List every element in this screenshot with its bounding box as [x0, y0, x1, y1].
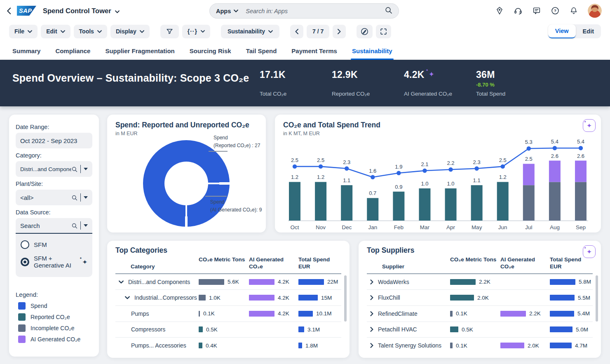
search-icon[interactable] [385, 6, 392, 16]
supplier-name: Talent Synergy Solutions [378, 342, 441, 349]
table-scrollbar[interactable] [596, 275, 598, 322]
back-button[interactable] [7, 7, 11, 14]
table-row[interactable]: WodaWerks 2.2K 5.8M [367, 274, 593, 290]
expand-toggle[interactable] [370, 295, 373, 300]
table-row[interactable]: Industrial...Compressors 1.0K 4.2K 15M [115, 290, 341, 306]
bar-cell: 5.8M [550, 279, 593, 285]
table-row[interactable]: RefinedClimate 0.1K 2.2K 5.4M [367, 306, 593, 322]
data-source-search-input[interactable]: Search [16, 218, 92, 234]
expand-toggle[interactable] [119, 280, 124, 284]
data-source-label: Data Source: [16, 209, 92, 216]
expand-toggle[interactable] [370, 327, 373, 332]
category-name: Industrial...Compressors [134, 294, 197, 301]
global-search[interactable]: Apps Search in: Apps [209, 3, 399, 19]
table-row[interactable]: Compressors 0.5K 3.1M [115, 322, 341, 338]
kpi-value: 17.1K [260, 69, 286, 80]
table-row[interactable]: Talent Synergy Solutions 0.1K 2.0K 4.7M [367, 338, 593, 354]
explore-button[interactable] [357, 25, 373, 38]
radio-icon [21, 258, 29, 266]
svg-text:2.5: 2.5 [499, 157, 507, 163]
table-row[interactable]: Distri...and Components 5.6K 4.2K 22M [115, 274, 341, 290]
svg-text:1.6: 1.6 [369, 168, 376, 174]
next-page-button[interactable] [333, 25, 346, 38]
svg-text:2.3: 2.3 [343, 159, 350, 165]
table-row[interactable]: Pumps... Accessories 0.4K 1.8M [115, 338, 341, 354]
edit-mode-button[interactable]: Edit [576, 24, 601, 38]
trend-chart-svg[interactable]: 1.2Oct1.2Nov1.1Dec0.7Jan0.9Feb1.0Mar1.0A… [283, 138, 592, 232]
tab-sustainability[interactable]: Sustainability [352, 47, 392, 60]
view-dropdown[interactable]: Sustainability [221, 25, 279, 38]
notifications-icon[interactable] [569, 6, 578, 15]
feedback-icon[interactable] [532, 6, 541, 15]
gem-icon[interactable] [495, 6, 504, 15]
code-button[interactable]: {··} [182, 25, 210, 38]
table-row[interactable]: Petachill HVAC 0.5K 5.0M [367, 322, 593, 338]
bar-cell: 5.6K [199, 279, 249, 285]
dashboard-content: Date Range: Oct 2022 - Sep 2023 Category… [0, 106, 610, 364]
prev-page-button[interactable] [290, 25, 303, 38]
svg-text:May: May [472, 224, 482, 230]
tab-summary[interactable]: Summary [12, 47, 40, 60]
tab-tail-spend[interactable]: Tail Spend [246, 47, 277, 60]
kpi-group: 17.1K Total CO₂e 12.9K Reported CO₂e 4.2… [260, 60, 548, 106]
tab-payment-terms[interactable]: Payment Terms [291, 47, 337, 60]
tab-supplier-fragmentation[interactable]: Supplier Fragmentation [105, 47, 174, 60]
svg-text:1.1: 1.1 [343, 177, 350, 183]
chevron-right-icon [370, 279, 373, 284]
expand-toggle[interactable] [370, 343, 373, 348]
callout-line [205, 196, 227, 197]
bar-cell: 10.1M [298, 310, 341, 317]
trend-chart-card: ✦ CO₂e and Total Spend Trend in K MT, M … [275, 115, 601, 232]
tab-sourcing-risk[interactable]: Sourcing Risk [190, 47, 231, 60]
menu-tools[interactable]: Tools [74, 25, 107, 38]
svg-text:2.2: 2.2 [447, 160, 455, 166]
svg-text:Jan: Jan [368, 224, 377, 230]
ai-insight-button[interactable]: ✦ [583, 119, 596, 132]
top-categories-title: Top Categories [115, 246, 341, 255]
fullscreen-button[interactable] [376, 25, 391, 38]
filter-button[interactable] [160, 25, 179, 38]
table-row[interactable]: FluxChill 2.0K 5.5M [367, 290, 593, 306]
user-avatar[interactable] [588, 4, 602, 18]
sap-logo: SAP [17, 6, 36, 16]
category-select[interactable]: Distri...and Components [16, 161, 92, 177]
table-row[interactable]: Pumps 0.1K 4.2K 10.1M [115, 306, 341, 322]
expand-toggle[interactable] [370, 311, 373, 316]
kpi: 12.9K Reported CO₂e [332, 60, 404, 106]
category-name: Pumps... Accessories [131, 342, 186, 349]
search-scope-select[interactable]: Apps [216, 8, 238, 14]
plant-site-select[interactable]: <all> [16, 190, 92, 205]
menu-edit[interactable]: Edit [41, 25, 70, 38]
data-source-option-sfm-generative-ai[interactable]: SFM + Generative AI ✦ [21, 252, 87, 272]
menu-bar: FileEditToolsDisplay {··} Sustainability… [0, 21, 610, 41]
table-scrollbar[interactable] [344, 275, 347, 322]
help-icon[interactable]: ? [551, 6, 560, 15]
dropdown-arrow-icon [84, 168, 88, 170]
date-range-input[interactable]: Oct 2022 - Sep 2023 [16, 133, 92, 148]
radio-icon [21, 240, 29, 249]
bar-cell: 2.2K [450, 279, 500, 285]
expand-toggle[interactable] [125, 296, 130, 299]
donut-chart[interactable] [143, 140, 230, 227]
headset-icon[interactable] [514, 6, 523, 15]
donut-chart-card: Spend: Reported and Unreported CO₂e in M… [107, 115, 266, 232]
view-mode-button[interactable]: View [548, 24, 576, 38]
menu-file[interactable]: File [9, 25, 38, 38]
bar-cell: 2.0K [450, 295, 500, 301]
svg-text:2.5: 2.5 [291, 157, 298, 163]
menu-display[interactable]: Display [110, 25, 150, 38]
app-title-menu[interactable]: Spend Control Tower [43, 7, 120, 15]
bar-cell: 4.7M [550, 343, 593, 349]
callout-line [209, 151, 228, 152]
expand-toggle[interactable] [370, 279, 373, 284]
tab-compliance[interactable]: Compliance [55, 47, 90, 60]
bar-cell: 1.8M [298, 343, 341, 349]
ai-insight-button[interactable]: ✦ [583, 245, 596, 258]
kpi: 17.1K Total CO₂e [260, 60, 332, 106]
data-source-option-sfm[interactable]: SFM [21, 237, 87, 252]
svg-text:Apr: Apr [446, 224, 455, 230]
chevron-down-icon [201, 30, 205, 33]
search-placeholder: Search in: Apps [246, 8, 288, 14]
bar-cell: 0.5K [199, 326, 249, 333]
bar-cell: 5.4M [550, 310, 593, 317]
